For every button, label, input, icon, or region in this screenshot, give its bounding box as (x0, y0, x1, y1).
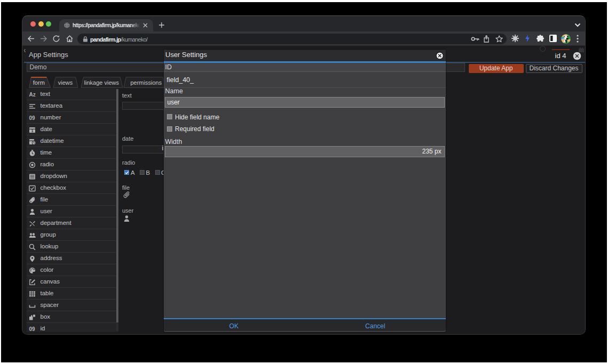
svg-text:linkage views: linkage views (84, 79, 119, 86)
svg-text:form: form (33, 79, 45, 86)
svg-text:views: views (58, 79, 73, 86)
svg-text:1: 1 (31, 128, 34, 132)
svg-text:permissions: permissions (130, 79, 162, 86)
